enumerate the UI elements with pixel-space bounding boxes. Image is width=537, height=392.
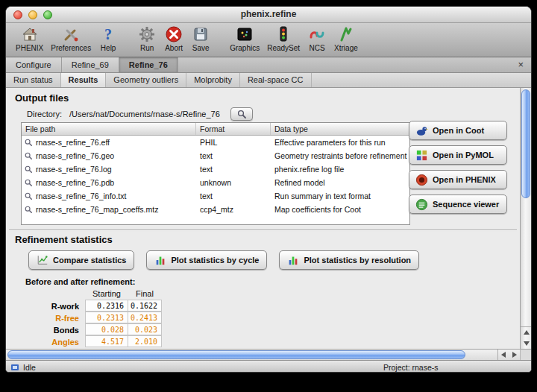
refinement-statistics-heading: Refinement statistics bbox=[15, 234, 113, 245]
table-header-row: File path Format Data type bbox=[22, 123, 409, 136]
stat-value-final: 0.2413 bbox=[128, 312, 162, 323]
toolbar-label: Preferences bbox=[51, 44, 91, 52]
stat-label: Angles bbox=[39, 336, 85, 348]
table-row[interactable]: rnase-s_refine_76.eff PHIL Effective par… bbox=[22, 136, 409, 149]
vertical-scrollbar-arrows bbox=[521, 326, 532, 349]
close-window-button[interactable] bbox=[13, 10, 22, 19]
refinement-stats-table: Starting Final R-work 0.2316 0.1622 R-fr… bbox=[39, 289, 162, 348]
ncs-icon bbox=[307, 25, 327, 44]
plot-statistics-by-cycle-button[interactable]: Plot statistics by cycle bbox=[146, 250, 267, 270]
column-header-format[interactable]: Format bbox=[196, 123, 271, 135]
file-data-type: Refined model bbox=[271, 176, 409, 189]
file-data-type: Geometry restraints before refinement bbox=[271, 149, 409, 162]
button-label: Open in PyMOL bbox=[433, 151, 494, 159]
tab-refine-76[interactable]: Refine_76 bbox=[119, 57, 178, 72]
sequence-viewer-button[interactable]: Sequence viewer bbox=[409, 195, 507, 214]
tab-label: Refine_69 bbox=[72, 60, 109, 69]
toolbar-button-xtriage[interactable]: Xtriage bbox=[330, 25, 362, 52]
minimize-window-button[interactable] bbox=[28, 10, 37, 19]
search-icon bbox=[236, 109, 247, 119]
button-label: Plot statistics by resolution bbox=[304, 256, 411, 265]
viewer-buttons: Open in Coot Open in PyMOL Open in PHENI… bbox=[409, 121, 507, 214]
column-header-file-path[interactable]: File path bbox=[22, 123, 196, 135]
file-path: rnase-s_refine_76_info.txt bbox=[36, 189, 126, 203]
run-gear-icon bbox=[137, 25, 157, 44]
tab-run-status[interactable]: Run status bbox=[6, 73, 61, 87]
results-panel: Output files Directory: /Users/nat/Docum… bbox=[6, 88, 520, 349]
scroll-left-arrow[interactable] bbox=[498, 350, 509, 360]
abort-icon bbox=[164, 25, 183, 44]
horizontal-scrollbar[interactable] bbox=[6, 349, 520, 360]
stats-col-header-final: Final bbox=[128, 288, 162, 300]
vertical-scrollbar-thumb[interactable] bbox=[521, 89, 530, 198]
file-data-type: Run summary in text format bbox=[271, 189, 409, 203]
tab-refine-69[interactable]: Refine_69 bbox=[62, 57, 119, 72]
traffic-lights bbox=[13, 10, 52, 19]
status-text: Idle bbox=[23, 363, 36, 372]
toolbar-label: Abort bbox=[165, 44, 183, 52]
scroll-up-arrow[interactable] bbox=[521, 327, 532, 338]
toolbar-button-graphics[interactable]: Graphics bbox=[226, 25, 263, 52]
horizontal-scrollbar-row bbox=[6, 349, 531, 360]
file-format: ccp4_mtz bbox=[196, 203, 271, 216]
magnifier-icon bbox=[24, 138, 33, 147]
open-in-pymol-button[interactable]: Open in PyMOL bbox=[409, 145, 507, 165]
close-tab-button[interactable]: × bbox=[515, 57, 526, 72]
browse-directory-button[interactable] bbox=[230, 107, 253, 121]
save-icon bbox=[191, 25, 210, 44]
tab-label: Configure bbox=[16, 60, 51, 69]
stats-col-header-starting: Starting bbox=[85, 288, 128, 300]
open-in-coot-button[interactable]: Open in Coot bbox=[409, 121, 507, 140]
table-row[interactable]: rnase-s_refine_76_info.txt text Run summ… bbox=[22, 189, 409, 203]
toolbar-button-abort[interactable]: Abort bbox=[160, 25, 187, 52]
button-label: Compare statistics bbox=[53, 256, 126, 265]
toolbar-label: Save bbox=[192, 44, 210, 52]
open-in-phenix-button[interactable]: Open in PHENIX bbox=[409, 170, 507, 189]
plot-statistics-by-resolution-button[interactable]: Plot statistics by resolution bbox=[279, 250, 419, 270]
tab-label: Molprobity bbox=[194, 75, 232, 84]
xtriage-icon bbox=[336, 25, 356, 44]
vertical-scrollbar[interactable] bbox=[520, 88, 531, 349]
horizontal-scrollbar-thumb[interactable] bbox=[7, 350, 465, 359]
pymol-icon bbox=[415, 149, 428, 162]
magnifier-icon bbox=[24, 151, 33, 160]
toolbar-button-phenix[interactable]: PHENIX bbox=[12, 25, 47, 52]
file-data-type: Map coefficients for Coot bbox=[271, 203, 409, 216]
toolbar-label: Help bbox=[101, 44, 116, 52]
project-label: Project: rnase-s bbox=[383, 363, 439, 372]
toolbar-button-readyset[interactable]: ReadySet bbox=[263, 25, 304, 52]
directory-value: /Users/nat/Documents/rnase-s/Refine_76 bbox=[69, 110, 220, 118]
toolbar-label: NCS bbox=[310, 44, 325, 52]
sequence-icon bbox=[415, 198, 428, 211]
coot-icon bbox=[415, 124, 428, 137]
tab-configure[interactable]: Configure bbox=[6, 57, 62, 72]
tab-molprobity[interactable]: Molprobity bbox=[186, 73, 240, 87]
toolbar: PHENIX Preferences ? Help Run Abort bbox=[6, 23, 531, 57]
svg-text:?: ? bbox=[104, 26, 112, 42]
toolbar-button-save[interactable]: Save bbox=[187, 25, 214, 52]
toolbar-button-preferences[interactable]: Preferences bbox=[47, 25, 95, 52]
table-row[interactable]: rnase-s_refine_76_map_coeffs.mtz ccp4_mt… bbox=[22, 203, 409, 216]
preferences-icon bbox=[61, 25, 81, 44]
compare-statistics-button[interactable]: Compare statistics bbox=[28, 250, 134, 270]
stats-row-r-work: R-work 0.2316 0.1622 bbox=[39, 300, 162, 312]
zoom-window-button[interactable] bbox=[43, 10, 52, 19]
help-icon: ? bbox=[98, 25, 118, 44]
table-row[interactable]: rnase-s_refine_76.geo text Geometry rest… bbox=[22, 149, 409, 162]
scroll-right-arrow[interactable] bbox=[509, 350, 521, 360]
scroll-down-arrow[interactable] bbox=[521, 338, 532, 350]
tab-real-space-cc[interactable]: Real-space CC bbox=[240, 73, 312, 87]
app-window: phenix.refine PHENIX Preferences ? Help bbox=[5, 6, 532, 373]
table-row[interactable]: rnase-s_refine_76.log text phenix.refine… bbox=[22, 162, 409, 176]
scrollbar-corner bbox=[520, 349, 531, 360]
toolbar-button-help[interactable]: ? Help bbox=[95, 25, 122, 52]
tab-results[interactable]: Results bbox=[61, 73, 107, 87]
title-bar[interactable]: phenix.refine bbox=[6, 7, 531, 23]
stat-value-starting: 0.2313 bbox=[85, 312, 128, 323]
column-header-data-type[interactable]: Data type bbox=[271, 123, 409, 135]
table-row[interactable]: rnase-s_refine_76.pdb unknown Refined mo… bbox=[22, 176, 409, 189]
tab-label: Results bbox=[69, 75, 98, 84]
toolbar-button-run[interactable]: Run bbox=[134, 25, 160, 52]
tab-geometry-outliers[interactable]: Geometry outliers bbox=[106, 73, 186, 87]
toolbar-button-ncs[interactable]: NCS bbox=[304, 25, 330, 52]
